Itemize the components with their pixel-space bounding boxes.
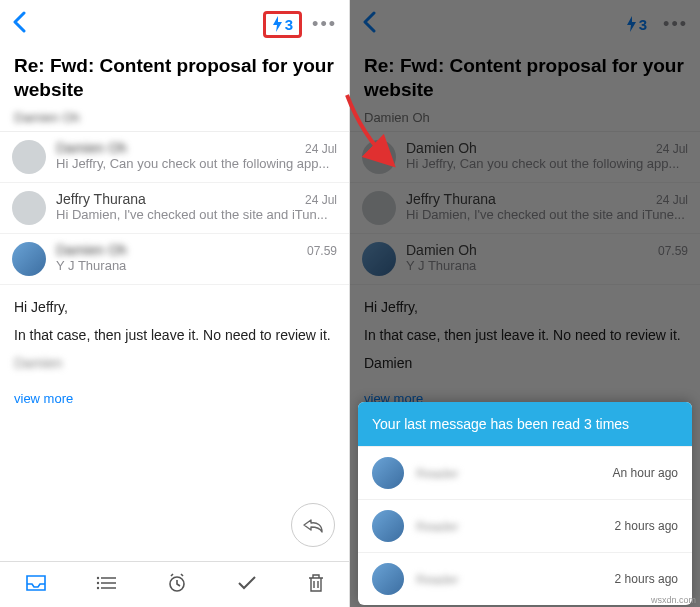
body-line: Damien: [364, 355, 686, 371]
snooze-icon[interactable]: [167, 573, 187, 597]
bolt-count: 3: [285, 16, 293, 33]
sender: Jeffry Thurana: [56, 191, 146, 207]
check-icon[interactable]: [236, 574, 258, 596]
sender: Damien Oh: [406, 140, 477, 156]
avatar: [372, 457, 404, 489]
avatar: [362, 242, 396, 276]
trash-icon[interactable]: [307, 573, 325, 597]
more-icon[interactable]: •••: [663, 14, 688, 35]
timestamp: 07.59: [307, 244, 337, 258]
left-panel: 3 ••• Re: Fwd: Content proposal for your…: [0, 0, 350, 607]
list-icon[interactable]: [96, 574, 118, 596]
sender: Damien Oh: [406, 242, 477, 258]
message-item[interactable]: Damien Oh 07.59 Y J Thurana: [350, 234, 700, 285]
avatar: [362, 140, 396, 174]
body-line: In that case, then just leave it. No nee…: [364, 327, 686, 343]
preview: Hi Jeffry, Can you check out the followi…: [406, 156, 688, 171]
sheet-title: Your last message has been read 3 times: [358, 402, 692, 446]
timestamp: 24 Jul: [656, 142, 688, 156]
avatar: [372, 563, 404, 595]
topbar: 3 •••: [0, 0, 349, 48]
reader-name: Reader: [416, 572, 603, 587]
body-line: Hi Jeffry,: [14, 299, 335, 315]
more-icon[interactable]: •••: [312, 14, 337, 35]
message-body: Hi Jeffry, In that case, then just leave…: [0, 285, 349, 387]
bottom-toolbar: [0, 561, 349, 607]
from-line: Damien Oh: [350, 108, 700, 131]
reply-fab[interactable]: [291, 503, 335, 547]
avatar: [372, 510, 404, 542]
subject: Re: Fwd: Content proposal for your websi…: [0, 48, 349, 108]
reader-name: Reader: [416, 519, 603, 534]
sender: Jeffry Thurana: [406, 191, 496, 207]
avatar: [12, 242, 46, 276]
message-item[interactable]: Jeffry Thurana 24 Jul Hi Damien, I've ch…: [0, 183, 349, 234]
preview: Hi Damien, I've checked out the site and…: [406, 207, 688, 222]
message-item[interactable]: Damien Oh 24 Jul Hi Jeffry, Can you chec…: [0, 132, 349, 183]
sender: Damien Oh: [56, 242, 127, 258]
topbar-actions: 3 •••: [263, 11, 337, 38]
avatar: [12, 191, 46, 225]
timestamp: 07.59: [658, 244, 688, 258]
view-more-link[interactable]: view more: [0, 387, 349, 416]
read-row[interactable]: Reader 2 hours ago: [358, 552, 692, 605]
read-receipts-sheet: Your last message has been read 3 times …: [358, 402, 692, 605]
read-tracking-bolt[interactable]: 3: [620, 14, 653, 35]
preview: Hi Damien, I've checked out the site and…: [56, 207, 337, 222]
bolt-count: 3: [639, 16, 647, 33]
message-item[interactable]: Damien Oh 24 Jul Hi Jeffry, Can you chec…: [350, 132, 700, 183]
timestamp: 24 Jul: [305, 142, 337, 156]
topbar: 3 •••: [350, 0, 700, 48]
message-list: Damien Oh 24 Jul Hi Jeffry, Can you chec…: [0, 131, 349, 285]
read-ago: An hour ago: [613, 466, 678, 480]
read-ago: 2 hours ago: [615, 572, 678, 586]
preview: Y J Thurana: [56, 258, 337, 273]
back-icon[interactable]: [12, 11, 26, 37]
svg-point-1: [96, 581, 98, 583]
timestamp: 24 Jul: [305, 193, 337, 207]
inbox-icon[interactable]: [25, 574, 47, 596]
message-list: Damien Oh 24 Jul Hi Jeffry, Can you chec…: [350, 131, 700, 285]
sender: Damien Oh: [56, 140, 127, 156]
read-ago: 2 hours ago: [615, 519, 678, 533]
preview: Y J Thurana: [406, 258, 688, 273]
subject: Re: Fwd: Content proposal for your websi…: [350, 48, 700, 108]
read-row[interactable]: Reader An hour ago: [358, 446, 692, 499]
preview: Hi Jeffry, Can you check out the followi…: [56, 156, 337, 171]
watermark: wsxdn.com: [651, 595, 696, 605]
back-icon[interactable]: [362, 11, 376, 37]
read-row[interactable]: Reader 2 hours ago: [358, 499, 692, 552]
right-panel: 3 ••• Re: Fwd: Content proposal for your…: [350, 0, 700, 607]
from-line: Damien Oh: [0, 108, 349, 131]
body-line: In that case, then just leave it. No nee…: [14, 327, 335, 343]
message-item[interactable]: Jeffry Thurana 24 Jul Hi Damien, I've ch…: [350, 183, 700, 234]
svg-point-2: [96, 586, 98, 588]
reader-name: Reader: [416, 466, 601, 481]
timestamp: 24 Jul: [656, 193, 688, 207]
svg-point-0: [96, 576, 98, 578]
message-body: Hi Jeffry, In that case, then just leave…: [350, 285, 700, 387]
avatar: [362, 191, 396, 225]
avatar: [12, 140, 46, 174]
body-line: Hi Jeffry,: [364, 299, 686, 315]
read-tracking-bolt[interactable]: 3: [263, 11, 302, 38]
topbar-actions: 3 •••: [620, 14, 688, 35]
message-item[interactable]: Damien Oh 07.59 Y J Thurana: [0, 234, 349, 285]
body-line: Damien: [14, 355, 335, 371]
